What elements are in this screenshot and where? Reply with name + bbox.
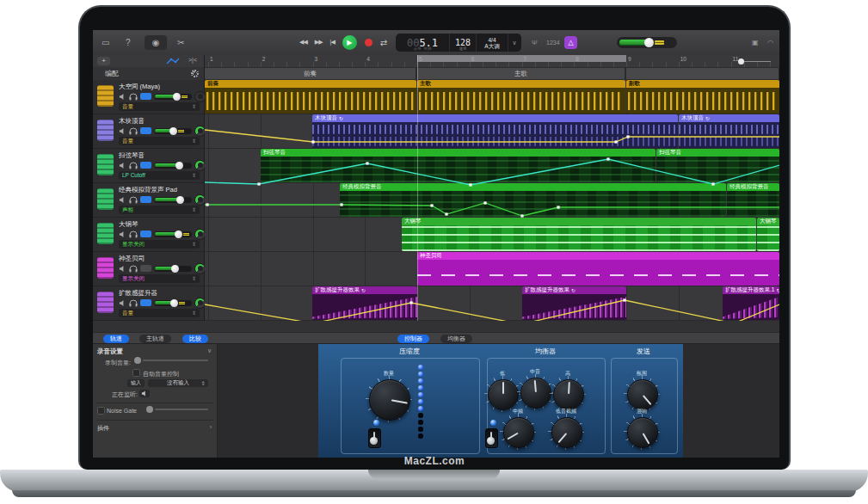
cycle-region[interactable] — [417, 55, 626, 62]
arrangement-section[interactable]: 主歌 — [417, 68, 625, 79]
control-knob-低音截频[interactable] — [551, 417, 582, 448]
control-knob-低[interactable] — [488, 379, 519, 410]
region[interactable]: 大钢琴 — [402, 218, 756, 251]
region[interactable]: 扩散感提升器效果.1↻ — [723, 286, 779, 320]
automation-parameter-select[interactable]: 音量⇕ — [119, 137, 200, 145]
automation-mode-button[interactable] — [140, 299, 151, 306]
gear-icon[interactable] — [191, 70, 199, 77]
track-volume-knob[interactable] — [175, 162, 183, 169]
media-browser-icon[interactable]: ▣ — [752, 35, 759, 49]
track-volume-slider[interactable] — [154, 163, 192, 169]
automation-mode-button[interactable] — [140, 93, 151, 100]
record-level-slider[interactable] — [143, 360, 208, 361]
solo-headphones-icon[interactable] — [129, 196, 138, 204]
automation-mode-button[interactable] — [140, 196, 151, 203]
noise-gate-checkbox[interactable] — [97, 407, 105, 415]
smart-controls-button[interactable]: ◉ — [145, 35, 167, 50]
automation-mode-button[interactable] — [140, 127, 151, 134]
track-volume-slider[interactable] — [154, 197, 192, 203]
rewind-button[interactable]: ◀◀ — [299, 39, 307, 46]
automation-mode-button[interactable] — [140, 162, 151, 169]
mute-icon[interactable] — [119, 93, 126, 101]
record-button[interactable] — [365, 39, 372, 46]
noise-gate-knob[interactable] — [146, 406, 153, 413]
automation-parameter-select[interactable]: 声相⇕ — [119, 206, 200, 214]
metronome-button[interactable]: △ — [564, 35, 577, 49]
tab-轨道[interactable]: 轨道 — [103, 335, 129, 343]
region[interactable]: 神圣贝司 — [417, 252, 779, 286]
count-in-button[interactable]: 1234 — [546, 35, 560, 49]
solo-headphones-icon[interactable] — [129, 299, 138, 307]
region[interactable]: 扫弦琴音 — [261, 149, 656, 182]
region[interactable]: 大钢琴 — [757, 218, 779, 251]
track-header-row[interactable]: 扩散感提升器音量⇕ — [93, 286, 204, 321]
add-track-button[interactable]: + — [97, 57, 110, 65]
catch-playhead-icon[interactable]: >|< — [188, 57, 197, 63]
track-volume-knob[interactable] — [176, 196, 184, 204]
region[interactable]: 扩散感提升器效果↻ — [522, 286, 626, 320]
control-knob-中频[interactable] — [503, 417, 534, 448]
chevron-down-icon[interactable]: ∨ — [207, 347, 212, 354]
cycle-button[interactable]: ⇄ — [380, 38, 387, 47]
track-volume-slider[interactable] — [154, 94, 192, 100]
control-knob-氛围[interactable] — [627, 379, 658, 410]
region[interactable]: 扫弦琴音 — [656, 149, 779, 182]
tuner-icon[interactable]: Ψ — [532, 35, 538, 49]
chevron-right-icon[interactable]: › — [210, 424, 212, 430]
region[interactable]: 主歌 — [417, 80, 625, 114]
control-knob-混响[interactable] — [627, 417, 658, 448]
track-volume-knob[interactable] — [175, 230, 182, 238]
editors-button[interactable]: ✂ — [177, 35, 184, 49]
arrangement-section[interactable]: 前奏 — [205, 68, 416, 79]
zoom-knob[interactable] — [738, 58, 744, 65]
mute-icon[interactable] — [119, 299, 126, 307]
arrangement-section[interactable] — [626, 68, 779, 79]
control-knob-中音[interactable] — [520, 378, 551, 409]
region[interactable]: 前奏 — [205, 80, 416, 114]
track-header-row[interactable]: 扫弦琴音LP Cutoff⇕ — [93, 149, 204, 183]
track-volume-slider[interactable] — [154, 300, 192, 306]
plugins-label[interactable]: 插件 — [97, 424, 109, 433]
auto-level-checkbox[interactable] — [132, 369, 140, 377]
playhead[interactable] — [417, 55, 418, 321]
region[interactable]: 扩散感提升器效果↻ — [312, 286, 417, 320]
track-volume-knob[interactable] — [171, 265, 179, 273]
tab-控制器[interactable]: 控制器 — [397, 335, 429, 343]
lcd-chevron-icon[interactable]: ∨ — [508, 34, 520, 52]
mute-icon[interactable] — [119, 265, 126, 273]
tab-均衡器[interactable]: 均衡器 — [440, 335, 472, 343]
power-toggle-switch[interactable] — [485, 428, 498, 448]
track-volume-slider[interactable] — [154, 128, 192, 134]
forward-button[interactable]: ▶▶ — [315, 39, 323, 46]
volume-knob[interactable] — [644, 38, 654, 47]
zoom-slider[interactable] — [738, 58, 771, 65]
track-header-row[interactable]: 木块顶音音量⇕ — [93, 114, 204, 149]
ruler[interactable]: 1234567891011 — [205, 55, 779, 68]
solo-headphones-icon[interactable] — [129, 230, 138, 238]
input-select[interactable]: 没有输入 ⇕ — [148, 379, 208, 387]
track-volume-slider[interactable] — [154, 231, 192, 237]
loop-browser-icon[interactable]: ◠ — [767, 35, 773, 49]
region[interactable]: 木块顶音↻ — [312, 114, 678, 148]
region[interactable]: 副歌 — [626, 80, 779, 114]
track-header-row[interactable]: 大空间 (Maya)音量⇕ — [93, 80, 204, 114]
library-icon[interactable]: ▭ — [102, 35, 109, 49]
region[interactable]: 木块顶音↻ — [679, 114, 779, 148]
automation-mode-button[interactable] — [140, 265, 151, 272]
automation-parameter-select[interactable]: 音量⇕ — [119, 309, 200, 317]
play-button[interactable]: ▶ — [342, 35, 357, 50]
track-volume-knob[interactable] — [169, 127, 177, 135]
track-volume-slider[interactable] — [154, 266, 192, 272]
automation-icon[interactable] — [166, 57, 180, 65]
automation-parameter-select[interactable]: 音量⇕ — [119, 102, 200, 111]
automation-parameter-select[interactable]: 显示关闭⇕ — [119, 240, 200, 249]
mute-icon[interactable] — [119, 230, 126, 238]
monitoring-button[interactable] — [139, 390, 150, 397]
track-header-row[interactable]: 经典模拟背景声 Pad声相⇕ — [93, 183, 204, 218]
power-toggle-switch[interactable] — [368, 428, 381, 448]
track-volume-knob[interactable] — [173, 93, 181, 101]
track-header-row[interactable]: 大钢琴显示关闭⇕ — [93, 218, 204, 252]
automation-parameter-select[interactable]: 显示关闭⇕ — [119, 274, 200, 283]
region[interactable]: 经典模拟背景音 — [340, 183, 726, 217]
mute-icon[interactable] — [119, 127, 126, 135]
